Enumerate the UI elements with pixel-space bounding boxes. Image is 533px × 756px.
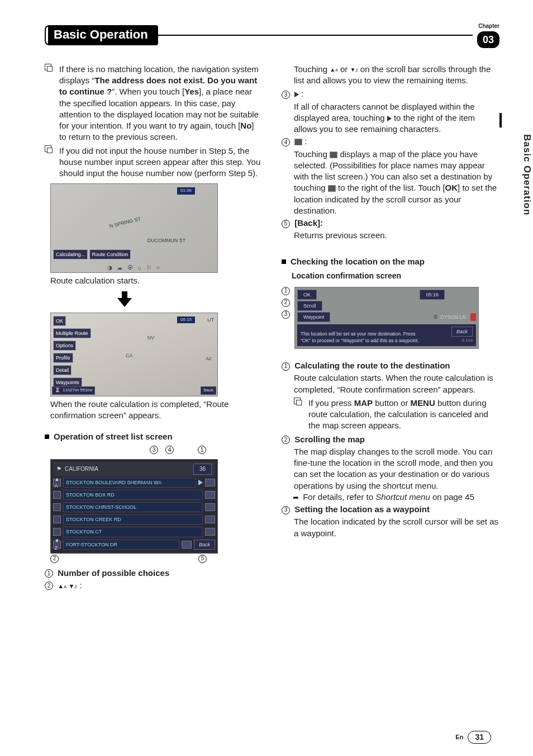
map-icon[interactable] (205, 479, 215, 486)
spacer (53, 491, 61, 499)
scroll-up-down-icon: ▲A ▼Z (58, 582, 77, 590)
street-label: DUCOMMUN ST (147, 237, 186, 244)
body-paragraph: Returns previous screen. (282, 230, 499, 241)
body-text: If you did not input the house number in… (59, 146, 260, 178)
figure-caption: Route calculation starts. (50, 275, 263, 286)
callout-marker: 1 (45, 569, 53, 578)
compass-icon: ⦿ (433, 314, 438, 320)
note-icon (47, 66, 53, 72)
callout-marker: 2 (282, 299, 290, 307)
toolbar-overlay: ◑ ☁ ⦿ ⌂ ⚐ ○ (52, 264, 216, 272)
waypoint-button[interactable]: Waypoint (297, 312, 330, 322)
scroll-button[interactable]: Scroll (297, 301, 322, 311)
map-icon[interactable] (205, 528, 215, 536)
body-text: For details, refer to (303, 492, 375, 502)
callout-marker: 1 (198, 446, 206, 454)
callout-marker: 3 (282, 310, 290, 319)
ok-button[interactable]: OK (297, 290, 317, 300)
body-paragraph: Touching ▲A or ▼Z on the scroll bar scro… (282, 64, 499, 87)
message-text: This location will be set as your new de… (301, 331, 423, 344)
callout-item: 4 : (282, 136, 499, 147)
menu-button[interactable]: Profile (53, 353, 73, 363)
body-text: Touching (294, 64, 330, 74)
callout-marker: 5 (282, 220, 290, 228)
route-confirm-screenshot: 05:15 UT NV CA AZ OK Multiple Route Opti… (50, 313, 218, 396)
callout-marker: 1 (282, 362, 290, 371)
map-icon[interactable] (205, 503, 215, 511)
left-column: If there is no matching location, the na… (45, 64, 263, 592)
expand-icon[interactable] (198, 480, 203, 485)
list-item[interactable]: ▲ASTOCKTON BOULEVARD SHERMAN WA (53, 476, 215, 489)
callout-marker: 2 (45, 582, 53, 590)
region-label: CALIFORNIA (65, 465, 98, 473)
callout-marker: 5 (198, 555, 207, 563)
page-footer: En 31 (455, 731, 491, 744)
scroll-up-icon[interactable]: ▲A (53, 479, 61, 486)
body-paragraph: Touching displays a map of the place you… (282, 149, 499, 217)
callout-marker: 2 (50, 555, 59, 563)
back-button[interactable]: Back (201, 386, 216, 395)
svg-marker-0 (117, 291, 132, 307)
body-text: ”. When you touch [ (112, 87, 184, 96)
body-text: Yes (184, 87, 199, 96)
body-paragraph: Route calculation starts. When the route… (282, 372, 499, 395)
body-text: to the right of the list. Touch [ (336, 183, 445, 192)
list-item[interactable]: STOCKTON CREEK RD (53, 513, 215, 526)
list-item[interactable]: ▼ZFORT-STOCKTON DRBack (53, 538, 215, 551)
body-text: button or (373, 398, 411, 408)
clock-overlay: 05:16 (420, 290, 445, 300)
side-tab: Basic Operation (520, 134, 533, 215)
down-arrow-icon (117, 291, 132, 307)
spacer (53, 528, 61, 536)
callout-item: 1 Calculating the route to the destinati… (282, 360, 499, 371)
list-item[interactable]: STOCKTON CHRIST-SCHOOL (53, 501, 215, 513)
body-text: OK (445, 183, 458, 192)
map-label: UT (207, 316, 214, 323)
callout-item: 5 [Back]: (282, 218, 499, 229)
bullet-icon (45, 434, 49, 439)
menu-button[interactable]: Options (53, 341, 76, 351)
scroll-up-icon: ▲A (330, 66, 338, 74)
map-icon[interactable] (205, 491, 215, 499)
map-pin-icon (330, 152, 337, 158)
map-icon[interactable] (205, 516, 215, 523)
page-header: Basic Operation Chapter 03 (45, 22, 499, 48)
menu-button[interactable]: Multiple Route (53, 328, 91, 338)
heading-text: Checking the location on the map (291, 256, 425, 267)
street-label: N SPRING ST (109, 216, 142, 230)
note-item: If you did not input the house number in… (45, 145, 263, 179)
road-label: DYSON LN (440, 314, 466, 320)
callout-row: 3 4 1 (50, 446, 218, 455)
figure-caption: When the route calculation is completed,… (50, 399, 263, 422)
right-arrow-icon (387, 116, 392, 121)
body-text: MAP (354, 398, 373, 408)
chapter-number: 03 (477, 31, 499, 48)
body-text: MENU (411, 398, 435, 408)
list-item[interactable]: STOCKTON BOX RD (53, 489, 215, 501)
menu-button[interactable]: OK (53, 316, 66, 326)
list-item[interactable]: STOCKTON CT (53, 526, 215, 538)
back-button[interactable]: Back (194, 540, 215, 550)
scroll-down-icon[interactable]: ▼Z (53, 541, 61, 549)
callout-item: 3 : (282, 88, 499, 100)
status-overlay: Route Condition (89, 249, 131, 259)
note-item: If there is no matching location, the na… (45, 64, 263, 143)
body-text: No (240, 121, 251, 130)
callout-item: 2 ▲A ▼Z : (45, 580, 263, 591)
callout-marker: 4 (282, 138, 290, 147)
street-list-box: ⚑CALIFORNIA 36 ▲ASTOCKTON BOULEVARD SHER… (50, 459, 218, 553)
street-name: STOCKTON CT (63, 527, 203, 537)
street-name: STOCKTON BOX RD (63, 490, 203, 500)
body-text: on page 45 (430, 492, 474, 502)
body-paragraph: The map display changes to the scroll mo… (282, 446, 499, 492)
back-button[interactable]: Back (451, 327, 473, 337)
menu-button[interactable]: Detail (53, 365, 72, 375)
callout-label: Setting the location as a waypoint (294, 504, 430, 514)
map-icon[interactable] (182, 541, 192, 549)
callout-marker: 2 (282, 436, 290, 444)
street-list-header: ⚑CALIFORNIA 36 (53, 462, 215, 476)
note-item: If you press MAP button or MENU button d… (294, 398, 499, 432)
callout-marker: 4 (165, 446, 174, 454)
map-pin-icon (294, 139, 302, 145)
bullet-icon (282, 259, 286, 264)
